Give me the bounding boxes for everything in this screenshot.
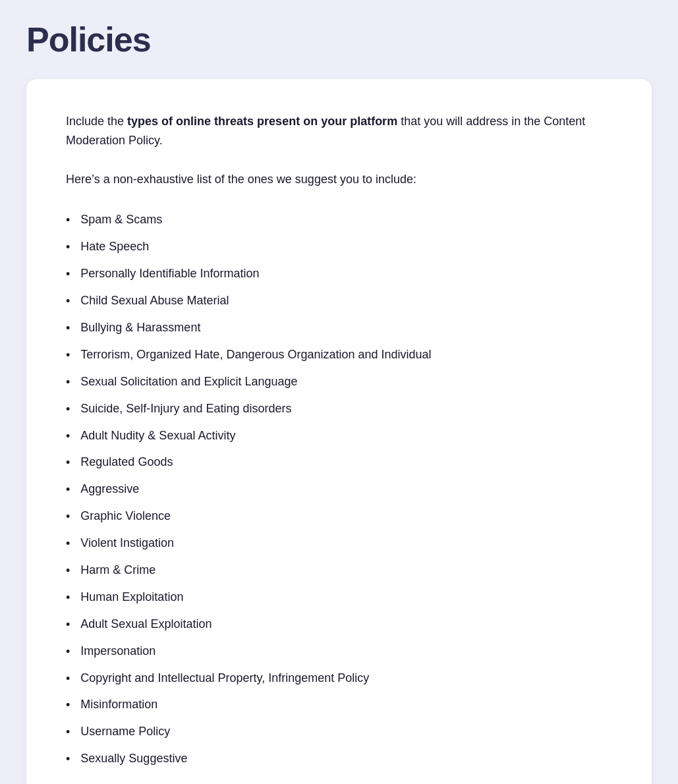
- intro-text-bold: types of online threats present on your …: [127, 115, 397, 128]
- intro-paragraph: Include the types of online threats pres…: [66, 112, 612, 150]
- list-item: Harm & Crime: [66, 557, 612, 584]
- list-item: Graphic Violence: [66, 503, 612, 530]
- page-title: Policies: [26, 20, 652, 59]
- list-item: Aggressive: [66, 476, 612, 503]
- list-item: Impersonation: [66, 638, 612, 665]
- list-item: Adult Nudity & Sexual Activity: [66, 423, 612, 450]
- list-item: Misinformation: [66, 692, 612, 719]
- list-item: Sexual Solicitation and Explicit Languag…: [66, 369, 612, 396]
- list-item: Adult Sexual Exploitation: [66, 611, 612, 638]
- policy-list: Spam & ScamsHate SpeechPersonally Identi…: [66, 207, 612, 773]
- list-item: Personally Identifiable Information: [66, 261, 612, 288]
- list-item: Child Sexual Abuse Material: [66, 288, 612, 315]
- intro-text-before: Include the: [66, 115, 127, 128]
- list-item: Sexually Suggestive: [66, 746, 612, 773]
- list-item: Human Exploitation: [66, 584, 612, 611]
- list-item: Spam & Scams: [66, 207, 612, 234]
- list-item: Hate Speech: [66, 234, 612, 261]
- list-item: Suicide, Self-Injury and Eating disorder…: [66, 396, 612, 423]
- suggestion-paragraph: Here’s a non-exhaustive list of the ones…: [66, 170, 612, 189]
- list-item: Bullying & Harassment: [66, 315, 612, 342]
- list-item: Regulated Goods: [66, 449, 612, 476]
- list-item: Violent Instigation: [66, 530, 612, 557]
- content-card: Include the types of online threats pres…: [26, 79, 652, 784]
- list-item: Username Policy: [66, 719, 612, 746]
- list-item: Copyright and Intellectual Property, Inf…: [66, 665, 612, 692]
- list-item: Terrorism, Organized Hate, Dangerous Org…: [66, 342, 612, 369]
